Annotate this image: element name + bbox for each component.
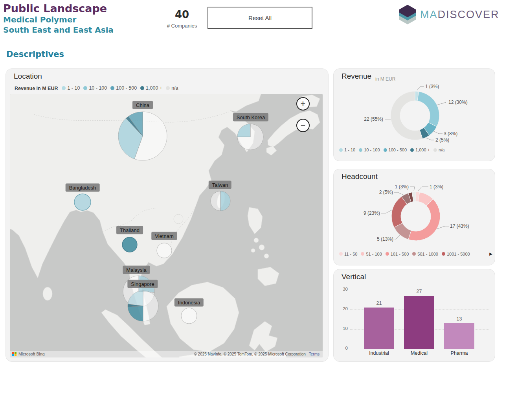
bing-logo: Microsoft Bing (12, 352, 45, 356)
callout-line (394, 192, 404, 195)
reset-all-button[interactable]: Reset All (208, 7, 312, 29)
map-pie-china[interactable] (118, 112, 167, 160)
legend-dot-icon (384, 148, 387, 152)
legend-dot-icon (412, 252, 416, 256)
donut-data-label: 5 (13%) (377, 236, 393, 242)
location-legend-title: Revenue in M EUR (15, 86, 58, 91)
map-label-indonesia: Indonesia (174, 298, 204, 307)
bar-medical[interactable] (404, 296, 434, 349)
map-pie-singapore[interactable] (128, 291, 158, 321)
headcount-panel: Headcount 1 (3%)1 (3%)2 (5%)9 (23%)5 (13… (333, 169, 495, 265)
microsoft-logo-icon (12, 352, 17, 356)
page-subtitle-2: South East and East Asia (3, 25, 114, 35)
legend-item[interactable]: 101 - 500 (386, 252, 409, 256)
bar-x-label: Pharma (440, 350, 479, 356)
legend-dot-icon (359, 148, 362, 152)
map-pie-bangladesh[interactable] (74, 194, 91, 210)
legend-item[interactable]: 1 - 10 (62, 85, 80, 91)
map-pie-vietnam[interactable] (157, 243, 172, 258)
headcount-donut-slice-2[interactable] (408, 199, 440, 241)
revenue-donut-slice-1[interactable] (417, 92, 439, 127)
callout-line (433, 131, 443, 134)
map-pie-south-korea[interactable] (237, 124, 263, 150)
legend-item[interactable]: 10 - 100 (83, 85, 107, 91)
headcount-donut-chart: 1 (3%)1 (3%)2 (5%)9 (23%)5 (13%)17 (43%) (334, 169, 495, 256)
legend-dot-icon (339, 252, 343, 256)
donut-data-label: 12 (30%) (448, 99, 468, 105)
legend-dot-icon (442, 252, 445, 256)
legend-dot-icon (433, 148, 437, 152)
map-zoom-in-button[interactable]: + (296, 97, 310, 111)
location-panel-title: Location (14, 72, 42, 81)
callout-line (418, 187, 428, 191)
legend-item[interactable]: 1,000 + (140, 85, 162, 91)
map-pie-taiwan[interactable] (211, 191, 230, 211)
gridline (350, 349, 488, 349)
map-zoom-out-button[interactable]: − (296, 119, 310, 132)
report-title-block: Public Landscape Medical Polymer South E… (3, 2, 114, 35)
madiscover-logo-icon (398, 4, 417, 25)
y-tick-label: 30 (337, 287, 348, 291)
callout-line (437, 102, 446, 105)
donut-data-label: 2 (5%) (379, 190, 393, 195)
y-tick-label: 20 (337, 306, 348, 311)
map-label-vietnam: Vietnam (151, 232, 177, 240)
revenue-legend: 1 - 1010 - 100100 - 5001,000 +n/a (339, 147, 448, 152)
bar-value-label: 27 (404, 289, 434, 294)
map-pie-indonesia[interactable] (181, 308, 197, 324)
legend-item[interactable]: n/a (166, 85, 178, 91)
legend-dot-icon (361, 252, 364, 256)
donut-data-label: 3 (8%) (444, 131, 457, 136)
map-label-singapore: Singapore (127, 280, 158, 288)
location-legend-items: 1 - 1010 - 100100 - 5001,000 +n/a (62, 85, 182, 91)
legend-item[interactable]: n/a (433, 147, 444, 152)
callout-line (381, 210, 392, 213)
callout-line (426, 138, 434, 140)
legend-dot-icon (339, 148, 343, 152)
headcount-legend: 11 - 5051 - 100101 - 500501 - 10001001 -… (339, 250, 493, 257)
terms-link[interactable]: Terms (309, 352, 320, 356)
donut-data-label: 1 (3%) (395, 184, 409, 190)
callout-line (395, 235, 400, 239)
legend-item[interactable]: 100 - 500 (110, 85, 137, 91)
page-title: Public Landscape (3, 2, 114, 15)
companies-count-label: # Companies (160, 23, 204, 29)
legend-item[interactable]: 11 - 50 (339, 252, 357, 256)
map-label-china: China (132, 101, 153, 109)
legend-dot-icon (166, 86, 170, 90)
y-tick-label: 10 (337, 326, 348, 331)
map-label-taiwan: Taiwan (209, 181, 231, 189)
legend-dot-icon (140, 86, 144, 90)
donut-data-label: 22 (55%) (364, 116, 383, 122)
map-pie-thailand[interactable] (122, 237, 137, 252)
revenue-panel: Revenue in M EUR 1 (3%)12 (30%)3 (8%)2 (… (333, 68, 495, 161)
map-label-south-korea: South Korea (233, 113, 268, 122)
legend-dot-icon (410, 148, 414, 152)
bar-industrial[interactable] (364, 308, 394, 349)
bar-value-label: 13 (444, 316, 474, 322)
bing-map[interactable]: + − Microsoft Bing © 2025 NavInfo, © 202… (10, 94, 323, 357)
legend-item[interactable]: 1001 - 5000 (442, 252, 470, 256)
legend-item[interactable]: 1,000 + (410, 147, 430, 152)
revenue-donut-chart: 1 (3%)12 (30%)3 (8%)2 (5%)22 (55%) (334, 69, 495, 153)
legend-next-page-arrow[interactable]: ▶ (489, 252, 493, 256)
legend-item[interactable]: 1 - 10 (339, 147, 355, 152)
legend-item[interactable]: 51 - 100 (361, 252, 382, 256)
legend-item[interactable]: 100 - 500 (384, 147, 407, 152)
bar-pharma[interactable] (444, 323, 474, 349)
legend-dot-icon (83, 86, 87, 90)
legend-dot-icon (62, 86, 66, 90)
location-panel: Location Revenue in M EUR 1 - 1010 - 100… (6, 68, 329, 362)
map-label-malaysia: Malaysia (123, 266, 150, 274)
callout-line (437, 226, 449, 229)
bar-value-label: 21 (364, 300, 394, 306)
y-tick-label: 0 (337, 346, 348, 350)
location-legend: Revenue in M EUR 1 - 1010 - 100100 - 500… (15, 85, 182, 91)
legend-dot-icon (386, 252, 389, 256)
map-label-thailand: Thailand (116, 226, 143, 234)
map-copyright: © 2025 NavInfo, © 2025 TomTom, © 2025 Mi… (194, 352, 320, 356)
vertical-panel: Vertical 302010021Industrial27Medical13P… (333, 269, 495, 362)
legend-item[interactable]: 501 - 1000 (412, 252, 438, 256)
legend-item[interactable]: 10 - 100 (359, 147, 380, 152)
donut-data-label: 1 (3%) (430, 184, 443, 190)
